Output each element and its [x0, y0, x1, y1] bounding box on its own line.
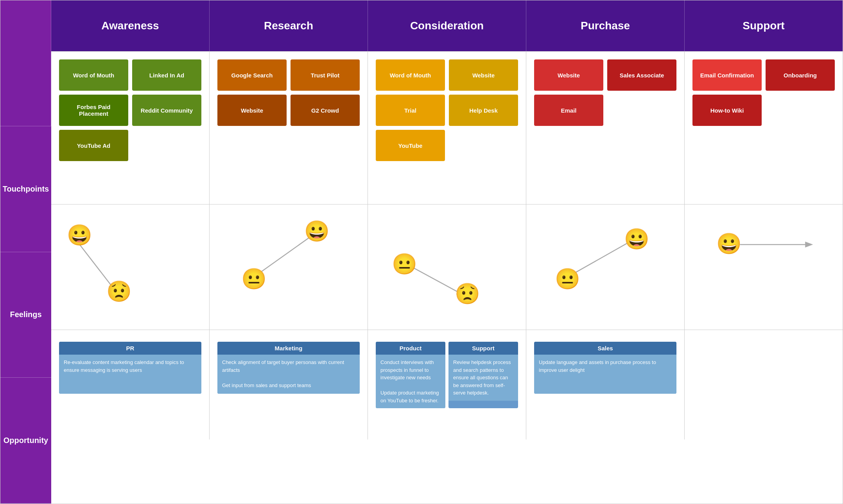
opportunity-research: Marketing Check alignment of target buye…: [210, 330, 368, 439]
opp-card-pr-body: Re-evaluate content marketing calendar a…: [59, 355, 201, 394]
stage-support: Support: [685, 0, 843, 51]
emoji-happy-purchase: 😀: [624, 227, 649, 251]
card-email-confirmation[interactable]: Email Confirmation: [692, 59, 762, 91]
opp-card-marketing[interactable]: Marketing Check alignment of target buye…: [217, 342, 360, 394]
emoji-happy-awareness: 😀: [67, 223, 92, 247]
opportunity-consideration: Product Conduct interviews with prospect…: [368, 330, 526, 439]
card-word-of-mouth-awareness[interactable]: Word of Mouth: [59, 59, 128, 91]
card-sales-associate[interactable]: Sales Associate: [607, 59, 676, 91]
touchpoints-row: Word of Mouth Linked In Ad Forbes Paid P…: [51, 51, 843, 204]
card-website-purchase[interactable]: Website: [534, 59, 603, 91]
opportunity-consideration-cards: Product Conduct interviews with prospect…: [376, 338, 518, 408]
emoji-happy-support: 😀: [716, 232, 742, 256]
touchpoints-label: Touchpoints: [0, 126, 51, 252]
consideration-cards: Word of Mouth Website Trial Help Desk Yo…: [376, 59, 518, 161]
card-forbes[interactable]: Forbes Paid Placement: [59, 95, 128, 126]
emoji-sad-awareness: 😟: [106, 280, 132, 303]
touchpoints-support: Email Confirmation Onboarding How-to Wik…: [685, 52, 843, 204]
opp-card-support-body: Review helpdesk process and search patte…: [448, 355, 518, 401]
feelings-support-arrows: [685, 204, 843, 330]
opp-card-product-body: Conduct interviews with prospects in fun…: [376, 355, 445, 408]
card-g2-crowd[interactable]: G2 Crowd: [291, 95, 360, 126]
opp-card-pr[interactable]: PR Re-evaluate content marketing calenda…: [59, 342, 201, 394]
card-google-search[interactable]: Google Search: [217, 59, 287, 91]
touchpoints-consideration: Word of Mouth Website Trial Help Desk Yo…: [368, 52, 526, 204]
emoji-sad-consideration: 😟: [455, 282, 480, 306]
card-how-to-wiki[interactable]: How-to Wiki: [692, 95, 762, 126]
card-website-research[interactable]: Website: [217, 95, 287, 126]
feelings-research-arrows: [210, 204, 368, 330]
feelings-purchase: 😐 😀: [526, 204, 685, 330]
card-word-of-mouth-consideration[interactable]: Word of Mouth: [376, 59, 445, 91]
opp-card-support[interactable]: Support Review helpdesk process and sear…: [448, 342, 518, 408]
touchpoints-research: Google Search Trust Pilot Website G2 Cro…: [210, 52, 368, 204]
feelings-research: 😐 😀: [210, 204, 368, 330]
card-youtube-ad[interactable]: YouTube Ad: [59, 130, 128, 161]
card-trust-pilot[interactable]: Trust Pilot: [291, 59, 360, 91]
opportunity-support: [685, 330, 843, 439]
feelings-row: 😀 😟 😐 😀: [51, 204, 843, 330]
opp-card-product[interactable]: Product Conduct interviews with prospect…: [376, 342, 445, 408]
opportunity-purchase-cards: Sales Update language and assets in purc…: [534, 338, 676, 394]
touchpoints-awareness: Word of Mouth Linked In Ad Forbes Paid P…: [51, 52, 210, 204]
card-help-desk[interactable]: Help Desk: [449, 95, 518, 126]
research-cards: Google Search Trust Pilot Website G2 Cro…: [217, 59, 360, 126]
card-youtube-consideration[interactable]: YouTube: [376, 130, 445, 161]
opp-card-support-header: Support: [448, 342, 518, 355]
opportunity-awareness-cards: PR Re-evaluate content marketing calenda…: [59, 338, 201, 394]
awareness-cards: Word of Mouth Linked In Ad Forbes Paid P…: [59, 59, 201, 161]
opportunity-awareness: PR Re-evaluate content marketing calenda…: [51, 330, 210, 439]
label-column: Touchpoints Feelings Opportunity: [0, 0, 51, 504]
emoji-neutral-research: 😐: [241, 267, 267, 291]
support-cards: Email Confirmation Onboarding How-to Wik…: [692, 59, 835, 126]
feelings-label: Feelings: [0, 252, 51, 378]
emoji-neutral-purchase: 😐: [555, 267, 580, 291]
customer-journey-map: Touchpoints Feelings Opportunity Awarene…: [0, 0, 843, 504]
stage-purchase: Purchase: [526, 0, 685, 51]
card-trial[interactable]: Trial: [376, 95, 445, 126]
opp-card-marketing-body: Check alignment of target buyer personas…: [217, 355, 360, 394]
feelings-purchase-arrows: [526, 204, 684, 330]
opp-card-pr-header: PR: [59, 342, 201, 355]
card-website-consideration[interactable]: Website: [449, 59, 518, 91]
touchpoints-purchase: Website Sales Associate Email: [526, 52, 685, 204]
emoji-neutral-consideration: 😐: [392, 252, 417, 276]
emoji-happy-research: 😀: [304, 219, 330, 243]
label-header-spacer: [0, 0, 51, 126]
stage-research: Research: [210, 0, 368, 51]
opp-card-sales-body: Update language and assets in purchase p…: [534, 355, 676, 394]
opportunity-label: Opportunity: [0, 378, 51, 504]
opportunity-research-cards: Marketing Check alignment of target buye…: [217, 338, 360, 394]
card-onboarding[interactable]: Onboarding: [766, 59, 835, 91]
purchase-cards: Website Sales Associate Email: [534, 59, 676, 126]
card-email-purchase[interactable]: Email: [534, 95, 603, 126]
feelings-consideration: 😐 😟: [368, 204, 526, 330]
opportunity-purchase: Sales Update language and assets in purc…: [526, 330, 685, 439]
opportunity-row: PR Re-evaluate content marketing calenda…: [51, 330, 843, 439]
card-linkedin-ad[interactable]: Linked In Ad: [132, 59, 201, 91]
card-reddit[interactable]: Reddit Community: [132, 95, 201, 126]
stage-consideration: Consideration: [368, 0, 526, 51]
opp-card-marketing-header: Marketing: [217, 342, 360, 355]
feelings-support: 😀: [685, 204, 843, 330]
opp-card-product-header: Product: [376, 342, 445, 355]
stage-awareness: Awareness: [51, 0, 210, 51]
header-row: Awareness Research Consideration Purchas…: [51, 0, 843, 51]
opp-card-sales-header: Sales: [534, 342, 676, 355]
opp-card-sales[interactable]: Sales Update language and assets in purc…: [534, 342, 676, 394]
content-area: Awareness Research Consideration Purchas…: [51, 0, 843, 504]
feelings-awareness: 😀 😟: [51, 204, 210, 330]
